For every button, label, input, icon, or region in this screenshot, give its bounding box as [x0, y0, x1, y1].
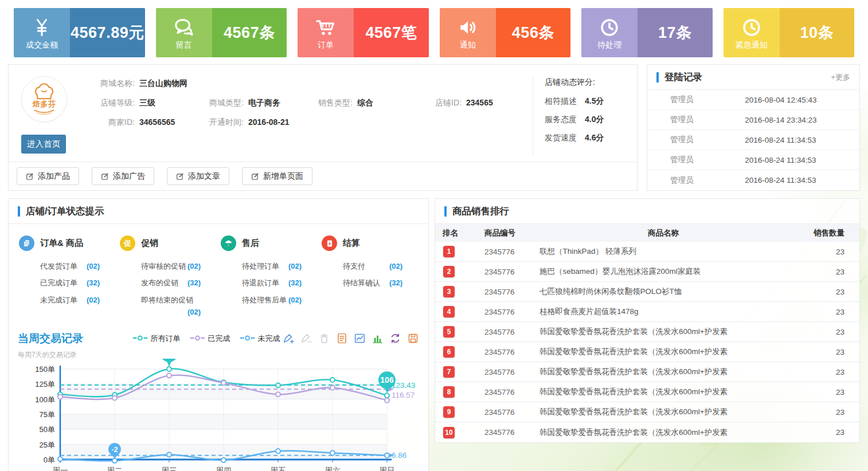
stat-card-紧急通知[interactable]: 紧急通知10条: [724, 8, 855, 57]
add-article-button[interactable]: 添加文章: [167, 167, 229, 185]
legend-label: 已完成: [208, 333, 230, 344]
status-item-未完成订单[interactable]: 未完成订单(02): [40, 294, 100, 306]
status-item-count[interactable]: (02): [288, 260, 302, 272]
legend-item-未完成[interactable]: 未完成: [240, 333, 280, 344]
status-item-待审核的促销[interactable]: 待审核的促销(02): [141, 260, 201, 272]
login-time: 2016-08-14 23:34:23: [745, 116, 816, 124]
status-item-count[interactable]: (32): [87, 277, 100, 289]
stat-card-left: 待处理: [581, 8, 638, 57]
stat-card-通知[interactable]: 通知456条: [440, 8, 571, 57]
report-icon[interactable]: [335, 332, 348, 345]
legend-label: 未完成: [258, 333, 280, 344]
stat-card-待处理[interactable]: 待处理17条: [581, 8, 713, 57]
svg-text:-2: -2: [112, 446, 118, 454]
product-name: 韩国爱敬挚爱香氛花香洗护套装（洗发水600ml+护发素: [536, 347, 791, 357]
edit-icon: [251, 172, 259, 180]
delete-icon[interactable]: [318, 332, 330, 345]
status-item-待处理订单[interactable]: 待处理订单(02): [242, 260, 302, 272]
product-sku: 2345776: [472, 348, 536, 356]
rank-cell: 10: [435, 427, 472, 438]
status-sections: 订单& 商品代发货订单(02)已完成订单(32)未完成订单(02)促促销待审核的…: [9, 224, 428, 324]
accent-bar: [18, 206, 20, 217]
status-item-待结算确认[interactable]: 待结算确认(32): [343, 277, 402, 289]
stat-cards-row: 成交金额4567.89元留言4567条订单4567笔通知456条待处理17条紧急…: [0, 0, 868, 57]
svg-text:周六: 周六: [325, 466, 341, 471]
sales-table-row[interactable]: 12345776联想（ThinkPad） 轻薄系列23: [435, 242, 859, 262]
product-sku: 2345776: [472, 268, 536, 276]
line-chart-icon[interactable]: [353, 332, 366, 345]
product-name: 桂格即食燕麦片超值装1478g: [536, 307, 791, 317]
sales-table-row[interactable]: 92345776韩国爱敬挚爱香氛花香洗护套装（洗发水600ml+护发素23: [435, 402, 859, 422]
refresh-icon[interactable]: [389, 332, 401, 345]
status-item-count[interactable]: (02): [389, 260, 402, 272]
edit-icon: [26, 172, 34, 180]
speaker-icon: [457, 15, 479, 40]
legend-item-所有订单[interactable]: 所有订单: [133, 333, 181, 344]
status-item-count[interactable]: (02): [187, 260, 201, 272]
sales-table-row[interactable]: 82345776韩国爱敬挚爱香氛花香洗护套装（洗发水600ml+护发素23: [435, 382, 859, 402]
status-item-已完成订单[interactable]: 已完成订单(32): [40, 277, 100, 289]
store-info-panel: 焙多芬 进入首页 商城名称:三台山购物网: [8, 64, 638, 191]
sales-qty: 23: [791, 288, 859, 296]
stat-card-成交金额[interactable]: 成交金额4567.89元: [14, 8, 145, 57]
status-section-title: 订单& 商品: [40, 238, 83, 249]
status-item-发布的促销[interactable]: 发布的促销(32): [141, 277, 201, 289]
product-sku: 2345776: [472, 368, 536, 376]
status-section-促销: 促促销待审核的促销(02)发布的促销(32)即将结束的促销(02): [120, 236, 221, 323]
sales-table-row[interactable]: 102345776韩国爱敬挚爱香氛花香洗护套装（洗发水600ml+护发素23: [435, 422, 859, 442]
stat-card-value: 456条: [496, 8, 570, 57]
status-item-count[interactable]: (32): [187, 277, 201, 289]
field-open-date: 开通时间:2016-08-21: [198, 117, 307, 128]
legend-item-已完成[interactable]: 已完成: [190, 333, 230, 344]
sales-table-row[interactable]: 22345776施巴（sebamed）婴儿泡泡沐浴露200ml家庭装23: [435, 262, 859, 282]
add-product-button[interactable]: 添加产品: [17, 167, 79, 185]
accent-bar: [656, 72, 659, 83]
login-time: 2016-08-04 12:45:43: [745, 96, 816, 104]
sales-table-row[interactable]: 42345776桂格即食燕麦片超值装1478g23: [435, 302, 859, 322]
sales-table-row[interactable]: 32345776七匹狼纯棉时尚休闲条纹翻领POLO衫T恤23: [435, 282, 859, 302]
product-sku: 2345776: [472, 248, 536, 256]
stat-card-留言[interactable]: 留言4567条: [156, 8, 287, 57]
stat-card-订单[interactable]: 订单4567笔: [298, 8, 429, 57]
sales-table-header: 排名 商品编号 商品名称 销售数量: [435, 224, 859, 242]
status-item-待退款订单[interactable]: 待退款订单(32): [242, 277, 302, 289]
edit-add-icon[interactable]: [282, 332, 295, 345]
status-item-count[interactable]: (32): [389, 277, 402, 289]
store-rating: 店铺动态评分: 相符描述4.5分 服务态度4.0分 发货速度4.6分: [533, 76, 635, 156]
stat-card-value: 17条: [638, 8, 712, 57]
svg-text:0单: 0单: [44, 456, 55, 464]
enter-home-button[interactable]: 进入首页: [21, 135, 66, 154]
status-item-待支付[interactable]: 待支付(02): [343, 260, 402, 272]
login-record-row: 管理员2016-08-04 12:45:43: [647, 90, 859, 110]
chart-subtitle: 每周7天的交易记录: [18, 350, 419, 360]
rank-cell: 9: [435, 406, 472, 418]
sales-table-row[interactable]: 72345776韩国爱敬挚爱香氛花香洗护套装（洗发水600ml+护发素23: [435, 362, 859, 382]
status-item-list: 待审核的促销(02)发布的促销(32)即将结束的促销(02): [141, 260, 201, 319]
sales-table-row[interactable]: 62345776韩国爱敬挚爱香氛花香洗护套装（洗发水600ml+护发素23: [435, 342, 859, 362]
status-item-待处理售后单[interactable]: 待处理售后单(02): [242, 294, 302, 306]
login-time: 2016-08-24 11:34:53: [745, 176, 816, 185]
sales-qty: 23: [791, 388, 859, 397]
clock-icon: [599, 15, 620, 40]
rank-badge: 1: [443, 246, 455, 257]
settlement-icon: ¥: [322, 236, 337, 251]
bar-chart-icon[interactable]: [371, 332, 384, 345]
status-item-count[interactable]: (02): [87, 260, 100, 272]
status-item-count[interactable]: (02): [87, 294, 100, 306]
status-item-代发货订单[interactable]: 代发货订单(02): [40, 260, 100, 272]
login-record-row: 管理员2016-08-14 23:34:23: [647, 110, 859, 130]
status-item-count[interactable]: (02): [288, 294, 302, 306]
product-sku: 2345776: [472, 328, 536, 336]
status-item-count[interactable]: (02): [187, 306, 201, 318]
more-link[interactable]: +更多: [831, 72, 850, 83]
status-item-count[interactable]: (32): [288, 277, 302, 289]
edit-remove-icon[interactable]: [300, 332, 312, 345]
sales-table-row[interactable]: 52345776韩国爱敬挚爱香氛花香洗护套装（洗发水600ml+护发素23: [435, 322, 859, 342]
clock-icon: [741, 15, 762, 40]
rank-cell: 2: [435, 266, 472, 277]
status-item-即将结束的促销[interactable]: 即将结束的促销(02): [141, 294, 201, 319]
status-section-header: 订单& 商品: [19, 236, 120, 251]
add-page-button[interactable]: 新增单页面: [242, 167, 312, 185]
add-ad-button[interactable]: 添加广告: [92, 167, 154, 185]
save-icon[interactable]: [406, 332, 419, 345]
